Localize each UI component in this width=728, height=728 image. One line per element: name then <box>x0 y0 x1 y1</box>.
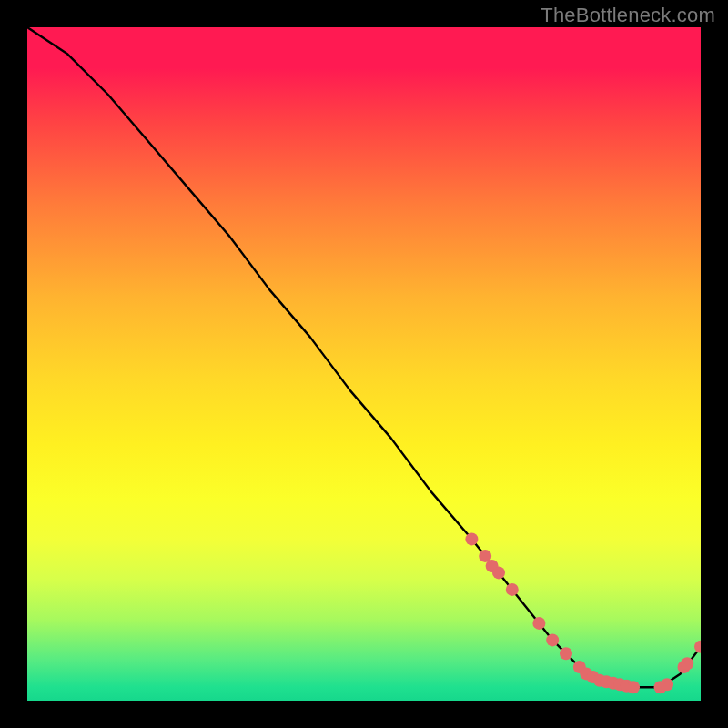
chart-frame: TheBottleneck.com <box>0 0 728 728</box>
data-point <box>465 532 478 545</box>
data-point <box>506 583 519 596</box>
data-point <box>681 657 693 670</box>
watermark-text: TheBottleneck.com <box>541 4 715 27</box>
data-point <box>546 633 559 646</box>
chart-plot-area <box>27 27 701 701</box>
data-point <box>627 681 640 693</box>
data-point <box>661 678 673 691</box>
data-point <box>694 641 701 653</box>
curve-line <box>27 27 701 687</box>
data-point <box>492 566 505 579</box>
data-point <box>532 617 545 630</box>
data-point <box>560 647 572 660</box>
chart-svg <box>27 27 701 701</box>
